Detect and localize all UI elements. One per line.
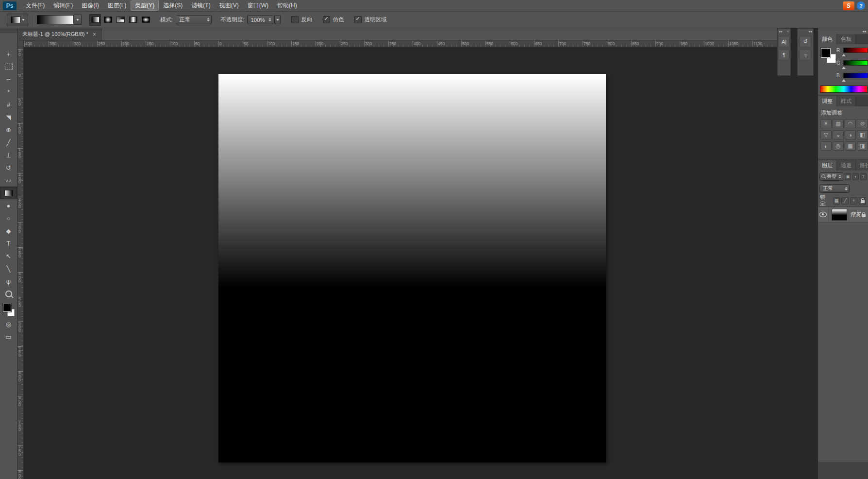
menu-edit[interactable]: 编辑(E) [49, 0, 77, 11]
collapse-dock-icon[interactable]: ◂◂ [862, 29, 866, 34]
tab-paths[interactable]: 路径 [856, 160, 868, 171]
color-lookup-icon[interactable]: ▦ [845, 141, 856, 151]
tab-channels[interactable]: 通道 [837, 160, 856, 171]
foreground-color-swatch[interactable] [821, 48, 831, 58]
layer-row-background[interactable]: 背景 [818, 207, 868, 222]
lock-position-icon[interactable]: + [850, 197, 857, 205]
layer-visibility-toggle[interactable] [818, 207, 829, 222]
exposure-icon[interactable]: ⊙ [857, 119, 868, 128]
expand-panels-icon[interactable]: ▸▸ [779, 30, 783, 34]
tab-adjustments[interactable]: 调整 [818, 96, 837, 106]
menu-type[interactable]: 类型(Y) [131, 0, 159, 11]
transparency-checkbox[interactable] [354, 16, 362, 23]
green-slider[interactable] [843, 60, 868, 66]
menu-window[interactable]: 窗口(W) [243, 0, 273, 11]
dither-checkbox[interactable] [323, 16, 330, 23]
eyedropper-tool[interactable]: ◥ [0, 111, 17, 123]
hue-saturation-icon[interactable]: ◒ [833, 130, 844, 139]
tab-layers[interactable]: 图层 [818, 160, 837, 171]
horizontal-ruler[interactable]: 4003503002502001501005005010015020025030… [17, 41, 777, 47]
toolbar-grip[interactable] [0, 28, 17, 33]
slider-thumb[interactable] [842, 52, 846, 56]
gradient-picker-arrow[interactable] [73, 15, 82, 25]
color-spectrum-bar[interactable] [820, 86, 868, 93]
angle-gradient-button[interactable] [115, 14, 126, 26]
sogou-input-icon[interactable]: S [843, 1, 854, 10]
opacity-slider-arrow[interactable] [274, 15, 281, 24]
type-tool[interactable]: T [0, 237, 17, 250]
quick-mask-button[interactable]: ◎ [0, 318, 17, 330]
vertical-ruler[interactable]: 5005010015020025030035040045050055060065… [17, 47, 24, 479]
canvas-document[interactable] [218, 74, 606, 462]
menu-view[interactable]: 视图(V) [215, 0, 243, 11]
reflected-gradient-button[interactable] [127, 14, 139, 26]
panel-color-swatches[interactable] [821, 48, 837, 65]
zoom-tool[interactable] [0, 288, 17, 300]
collapse-panels-icon[interactable]: ◂◂ [808, 30, 812, 34]
document-tab[interactable]: 未标题-1 @ 100%(RGB/8) * × [17, 28, 101, 40]
gradient-tool[interactable] [0, 187, 17, 199]
foreground-color-swatch[interactable] [3, 304, 11, 312]
color-balance-icon[interactable]: ◑ [845, 130, 856, 139]
lock-transparency-icon[interactable]: ▦ [833, 197, 840, 205]
gradient-preview[interactable] [37, 15, 74, 24]
screen-mode-button[interactable]: ▭ [0, 330, 17, 343]
red-slider[interactable] [843, 48, 868, 53]
rectangular-marquee-tool[interactable] [0, 60, 17, 73]
slider-thumb[interactable] [842, 65, 846, 69]
menu-filter[interactable]: 滤镜(T) [187, 0, 215, 11]
magic-wand-tool[interactable]: * [0, 86, 17, 98]
hand-tool[interactable]: ψ [0, 275, 17, 288]
tab-color[interactable]: 颜色 [818, 34, 837, 44]
brush-tool[interactable]: ╱ [0, 136, 17, 149]
linear-gradient-button[interactable] [89, 14, 101, 26]
diamond-gradient-button[interactable] [140, 14, 151, 26]
lasso-tool[interactable]: ∽ [0, 73, 17, 86]
vibrance-icon[interactable]: ▽ [820, 130, 832, 139]
close-icon[interactable]: × [93, 31, 96, 38]
path-selection-tool[interactable]: ↖ [0, 250, 17, 262]
help-icon[interactable]: ? [857, 1, 865, 10]
brightness-contrast-icon[interactable]: ☀ [820, 119, 832, 128]
tab-swatches[interactable]: 色板 [837, 34, 856, 44]
layer-filter-select[interactable]: 类型 [819, 172, 843, 181]
menu-layer[interactable]: 图层(L) [103, 0, 131, 11]
crop-tool[interactable]: # [0, 98, 17, 111]
menu-help[interactable]: 帮助(H) [273, 0, 301, 11]
channel-mixer-icon[interactable]: ◎ [833, 141, 844, 151]
healing-brush-tool[interactable]: ⊕ [0, 123, 17, 136]
blur-tool[interactable]: ● [0, 199, 17, 212]
invert-icon[interactable]: ◨ [857, 141, 868, 151]
menu-image[interactable]: 图像(I) [77, 0, 103, 11]
filter-pixel-layers-icon[interactable]: ▣ [845, 173, 851, 180]
reverse-checkbox[interactable] [291, 16, 299, 23]
blue-slider[interactable] [843, 73, 868, 78]
properties-panel-button[interactable]: ≡ [800, 49, 811, 60]
lock-paint-icon[interactable]: ╱ [841, 197, 849, 205]
foreground-background-colors[interactable] [2, 303, 15, 317]
line-shape-tool[interactable]: ╲ [0, 262, 17, 275]
clone-stamp-tool[interactable]: ⊥ [0, 149, 17, 161]
history-brush-tool[interactable]: ↺ [0, 161, 17, 174]
layer-thumbnail[interactable] [832, 209, 847, 221]
character-panel-button[interactable]: A| [778, 36, 790, 47]
photo-filter-icon[interactable]: ◐ [820, 141, 832, 151]
layer-name[interactable]: 背景 [850, 211, 862, 218]
move-tool[interactable]: + [0, 48, 17, 60]
blend-mode-select[interactable]: 正常 [176, 15, 212, 24]
curves-icon[interactable]: ◠ [845, 119, 856, 128]
slider-thumb[interactable] [842, 77, 846, 82]
pen-tool[interactable]: ◆ [0, 224, 17, 237]
levels-icon[interactable]: ▥ [833, 119, 844, 128]
filter-type-layers-icon[interactable]: T [860, 173, 867, 180]
menu-file[interactable]: 文件(F) [21, 0, 49, 11]
menu-select[interactable]: 选择(S) [159, 0, 187, 11]
opacity-select[interactable]: 100% [247, 15, 273, 24]
tab-styles[interactable]: 样式 [837, 96, 856, 106]
paragraph-panel-button[interactable]: ¶ [778, 49, 790, 60]
tool-preset-dropdown[interactable] [7, 14, 28, 26]
close-icon[interactable]: × [787, 30, 789, 33]
black-white-icon[interactable]: ◧ [857, 130, 868, 139]
radial-gradient-button[interactable] [102, 14, 114, 26]
history-panel-button[interactable]: ↺ [800, 36, 811, 47]
